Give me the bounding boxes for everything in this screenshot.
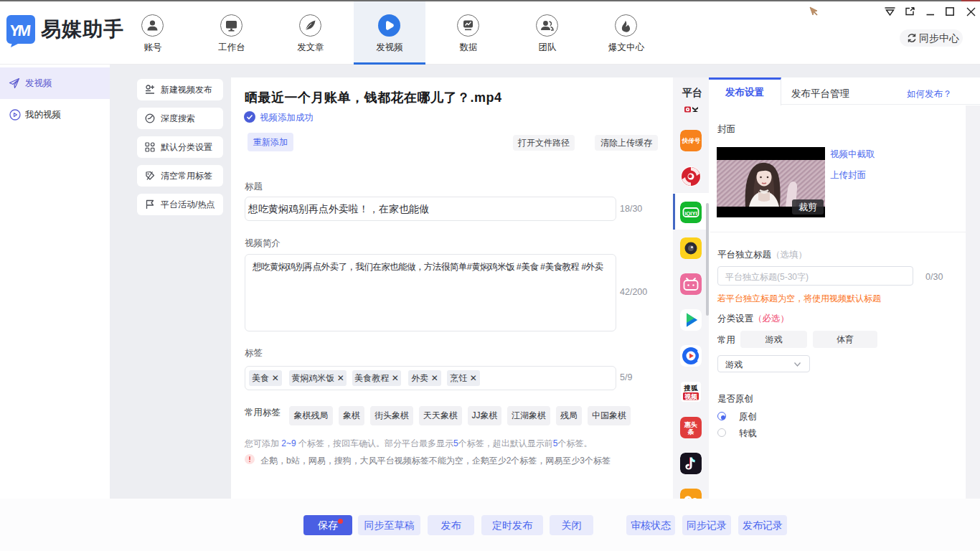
svg-text:视频: 视频 (684, 393, 698, 400)
svg-text:iQIYI: iQIYI (684, 210, 697, 217)
svg-text:条: 条 (687, 428, 694, 435)
svg-text:YM: YM (9, 22, 31, 39)
svg-text:搜狐: 搜狐 (684, 384, 699, 392)
svg-text:快传号: 快传号 (681, 138, 701, 145)
svg-text:惠头: 惠头 (684, 421, 697, 428)
